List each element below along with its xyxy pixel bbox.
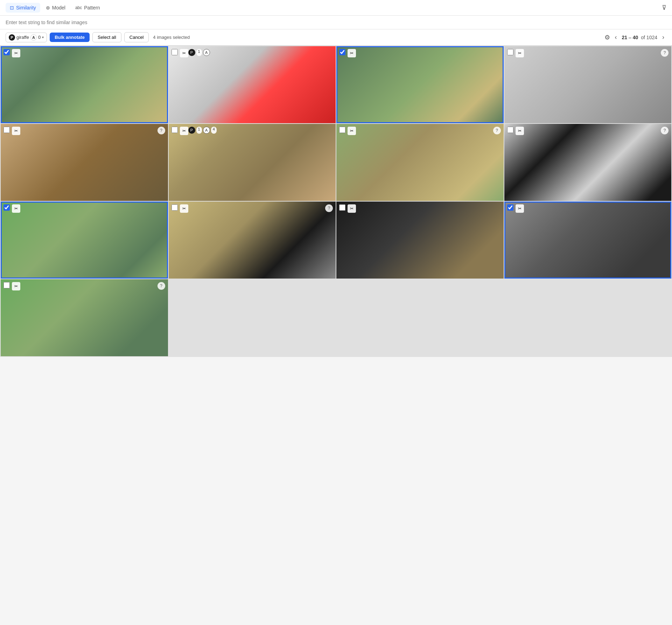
scissors-icon[interactable]: ✂ — [348, 204, 356, 213]
filter-button[interactable]: ⊽ — [662, 4, 666, 12]
page-separator: – — [629, 35, 633, 40]
image-cell[interactable]: ✂? — [504, 46, 672, 123]
scissors-icon[interactable]: ✂ — [348, 127, 356, 135]
cell-checkbox[interactable] — [172, 49, 178, 56]
image-checkbox[interactable] — [507, 204, 513, 211]
image-cell[interactable]: ✂ — [336, 46, 504, 123]
page-end: 40 — [633, 35, 638, 40]
image-thumbnail — [336, 46, 504, 123]
scissors-icon[interactable]: ✂ — [12, 204, 20, 213]
cell-checkbox[interactable] — [507, 49, 514, 56]
page-total: of 1024 — [641, 35, 657, 40]
search-bar — [0, 16, 672, 29]
cell-checkbox[interactable] — [507, 127, 514, 134]
cell-checkbox[interactable] — [4, 282, 10, 289]
cell-tools: ✂ — [12, 127, 20, 135]
image-cell[interactable]: ✂? — [1, 124, 168, 201]
scissors-icon[interactable]: ✂ — [12, 49, 20, 57]
scissors-icon[interactable]: ✂ — [516, 204, 524, 213]
bulk-annotate-button[interactable]: Bulk annotate — [50, 33, 90, 42]
cancel-button[interactable]: Cancel — [124, 32, 149, 42]
cell-annotations: P1A4 — [188, 127, 217, 134]
scissors-icon[interactable]: ✂ — [516, 49, 524, 57]
tab-pattern[interactable]: abc Pattern — [71, 3, 104, 13]
image-cell[interactable]: ✂? — [169, 202, 336, 279]
image-thumbnail — [504, 202, 672, 279]
p-annotation-icon: P — [188, 49, 195, 56]
image-thumbnail — [336, 124, 504, 201]
p-annotation-icon: P — [188, 127, 195, 134]
page-range: 21 – 40 — [622, 35, 638, 40]
image-cell[interactable]: ✂P1A — [169, 46, 336, 123]
select-all-button[interactable]: Select all — [92, 32, 121, 42]
help-button[interactable]: ? — [325, 204, 333, 212]
image-cell[interactable]: ✂ — [504, 202, 672, 279]
help-button[interactable]: ? — [158, 127, 165, 134]
cell-tools: ✂ — [180, 127, 188, 135]
cell-checkbox[interactable] — [172, 127, 178, 134]
settings-button[interactable]: ⚙ — [604, 34, 610, 41]
scissors-icon[interactable]: ✂ — [180, 49, 188, 57]
label-badge[interactable]: P giraffe A 0 ▾ — [6, 33, 47, 42]
a-annotation-icon: A — [203, 127, 210, 134]
cell-checkbox[interactable] — [339, 127, 346, 134]
image-cell[interactable]: ✂? — [504, 124, 672, 201]
cell-tools: ✂ — [516, 49, 524, 57]
image-cell[interactable]: ✂? — [1, 279, 168, 356]
image-checkbox[interactable] — [507, 127, 513, 133]
help-button[interactable]: ? — [158, 282, 165, 290]
image-thumbnail — [169, 124, 336, 201]
p-icon: P — [9, 34, 15, 41]
image-cell[interactable]: ✂? — [336, 124, 504, 201]
scissors-icon[interactable]: ✂ — [180, 204, 188, 213]
a-icon: A — [30, 34, 37, 41]
image-checkbox[interactable] — [4, 49, 10, 55]
cell-checkbox[interactable] — [339, 49, 346, 56]
image-checkbox[interactable] — [339, 204, 345, 211]
scissors-icon[interactable]: ✂ — [12, 127, 20, 135]
prev-page-button[interactable]: ‹ — [613, 33, 619, 42]
scissors-icon[interactable]: ✂ — [348, 49, 356, 57]
image-checkbox[interactable] — [172, 49, 178, 55]
scissors-icon[interactable]: ✂ — [12, 282, 20, 290]
tab-model-label: Model — [52, 5, 65, 10]
image-cell[interactable]: ✂ — [1, 202, 168, 279]
cell-checkbox[interactable] — [507, 204, 514, 211]
image-checkbox[interactable] — [339, 49, 345, 55]
cell-tools: ✂ — [12, 282, 20, 290]
cell-tools: ✂ — [348, 204, 356, 213]
search-input[interactable] — [6, 20, 666, 25]
help-button[interactable]: ? — [493, 127, 501, 134]
tab-similarity[interactable]: ⊡ Similarity — [6, 3, 40, 13]
similarity-icon: ⊡ — [10, 5, 14, 10]
cell-checkbox[interactable] — [4, 204, 10, 211]
image-checkbox[interactable] — [339, 127, 345, 133]
next-page-button[interactable]: › — [660, 33, 666, 42]
image-checkbox[interactable] — [172, 204, 178, 211]
image-cell[interactable]: ✂P1A4 — [169, 124, 336, 201]
image-cell[interactable]: ✂ — [336, 202, 504, 279]
image-checkbox[interactable] — [507, 49, 513, 55]
image-checkbox[interactable] — [4, 282, 10, 288]
cell-tools: ✂ — [12, 204, 20, 213]
scissors-icon[interactable]: ✂ — [180, 127, 188, 135]
scissors-icon[interactable]: ✂ — [516, 127, 524, 135]
cell-tools: ✂ — [12, 49, 20, 57]
image-checkbox[interactable] — [4, 204, 10, 211]
help-button[interactable]: ? — [661, 49, 668, 57]
cell-checkbox[interactable] — [339, 204, 346, 211]
image-thumbnail — [169, 202, 336, 279]
image-thumbnail — [1, 279, 168, 356]
help-button[interactable]: ? — [661, 127, 668, 134]
cell-checkbox[interactable] — [172, 204, 178, 211]
cell-checkbox[interactable] — [4, 127, 10, 134]
image-checkbox[interactable] — [4, 127, 10, 133]
cell-checkbox[interactable] — [4, 49, 10, 56]
image-thumbnail — [504, 124, 672, 201]
tab-model[interactable]: ⊛ Model — [42, 3, 70, 13]
pagination: ‹ 21 – 40 of 1024 › — [613, 33, 666, 42]
image-cell[interactable]: ✂ — [1, 46, 168, 123]
model-icon: ⊛ — [46, 5, 50, 10]
label-text: giraffe — [16, 35, 29, 40]
image-checkbox[interactable] — [172, 127, 178, 133]
